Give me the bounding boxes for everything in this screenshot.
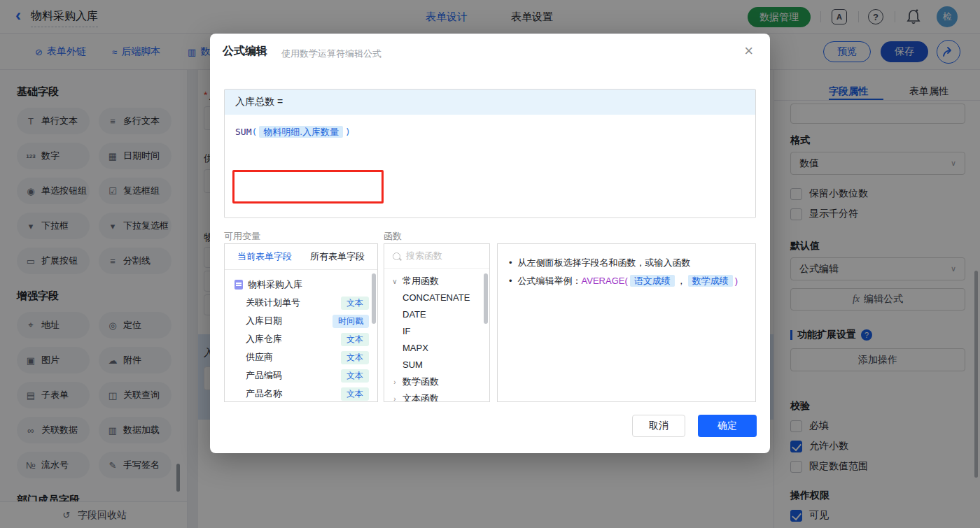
- formula-field-chip[interactable]: 物料明细.入库数量: [259, 126, 343, 138]
- confirm-button[interactable]: 确定: [698, 415, 757, 437]
- function-group-common[interactable]: ∨常用函数: [384, 273, 489, 290]
- function-group-text[interactable]: ›文本函数: [384, 390, 489, 402]
- tab-all-form-fields[interactable]: 所有表单字段: [310, 250, 365, 263]
- variables-scrollbar[interactable]: [372, 273, 376, 324]
- type-badge: 时间戳: [332, 315, 369, 328]
- variables-label: 可用变量: [224, 230, 260, 243]
- chevron-right-icon: ›: [391, 395, 398, 403]
- app-root: ‹ 物料采购入库 表单设计 表单设置 数据管理 A ? 检 ⊘ 表单外链 ≈ 后…: [0, 0, 980, 528]
- variables-panel: 当前表单字段 所有表单字段 物料采购入库 关联计划单号文本 入库日期时间戳 入库…: [224, 243, 378, 402]
- close-icon[interactable]: ×: [744, 43, 753, 59]
- variable-row[interactable]: 关联计划单号文本: [225, 294, 377, 312]
- form-doc-icon: [234, 280, 243, 290]
- help-panel: •从左侧面板选择字段名和函数，或输入函数 •公式编辑举例：AVERAGE(语文成…: [497, 243, 756, 402]
- formula-expression[interactable]: SUM(物料明细.入库数量): [225, 115, 755, 138]
- formula-function: SUM: [235, 127, 251, 137]
- variables-tree: 物料采购入库 关联计划单号文本 入库日期时间戳 入库仓库文本 供应商文本 产品编…: [225, 270, 377, 402]
- function-search[interactable]: 搜索函数: [384, 244, 489, 269]
- function-item[interactable]: CONCATENATE: [384, 290, 489, 306]
- functions-panel: 搜索函数 ∨常用函数 CONCATENATE DATE IF MAPX SUM …: [384, 243, 490, 402]
- function-item[interactable]: MAPX: [384, 340, 489, 357]
- cancel-button[interactable]: 取消: [632, 415, 685, 437]
- chevron-right-icon: ›: [391, 378, 398, 386]
- function-group-math[interactable]: ›数学函数: [384, 373, 489, 390]
- formula-editor-modal: 公式编辑 使用数学运算符编辑公式 × 入库总数 = SUM(物料明细.入库数量)…: [210, 34, 770, 453]
- functions-label: 函数: [384, 230, 402, 243]
- type-badge: 文本: [341, 333, 369, 346]
- type-badge: 文本: [341, 351, 369, 364]
- search-icon: [393, 252, 400, 260]
- help-line-1: •从左侧面板选择字段名和函数，或输入函数: [509, 254, 744, 272]
- function-item[interactable]: SUM: [384, 357, 489, 373]
- type-badge: 文本: [341, 369, 369, 383]
- help-line-2: •公式编辑举例：AVERAGE(语文成绩，数学成绩): [509, 272, 744, 290]
- search-placeholder: 搜索函数: [406, 250, 442, 262]
- variable-row[interactable]: 产品名称文本: [225, 385, 377, 402]
- formula-target: 入库总数 =: [225, 90, 755, 115]
- tab-current-form-fields[interactable]: 当前表单字段: [237, 250, 292, 263]
- functions-scrollbar[interactable]: [484, 273, 488, 324]
- modal-subtitle: 使用数学运算符编辑公式: [281, 48, 382, 60]
- red-annotation-box: [232, 170, 384, 204]
- variable-row[interactable]: 产品编码文本: [225, 366, 377, 385]
- type-badge: 文本: [341, 387, 369, 401]
- chevron-down-icon: ∨: [391, 278, 398, 285]
- variable-row[interactable]: 供应商文本: [225, 348, 377, 366]
- type-badge: 文本: [341, 297, 369, 310]
- variable-row[interactable]: 入库仓库文本: [225, 330, 377, 348]
- example-chip: 语文成绩: [630, 275, 675, 287]
- modal-title: 公式编辑: [223, 44, 267, 59]
- example-function: AVERAGE(: [582, 276, 628, 286]
- function-item[interactable]: DATE: [384, 306, 489, 323]
- example-chip: 数学成绩: [688, 275, 733, 287]
- variable-row[interactable]: 入库日期时间戳: [225, 312, 377, 330]
- tree-root[interactable]: 物料采购入库: [225, 276, 377, 294]
- formula-editor-box[interactable]: 入库总数 = SUM(物料明细.入库数量): [224, 89, 756, 218]
- function-item[interactable]: IF: [384, 323, 489, 340]
